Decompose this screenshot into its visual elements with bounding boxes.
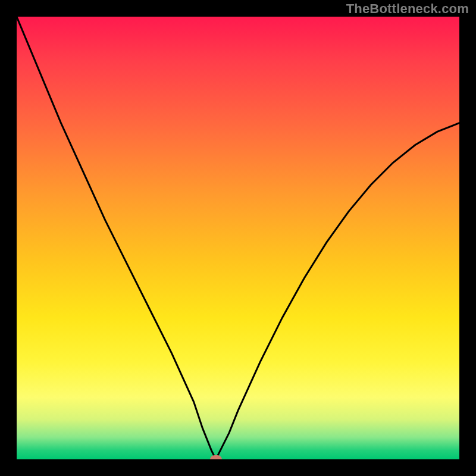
chart-container: TheBottleneck.com [0,0,476,476]
plot-area [17,17,459,459]
watermark-text: TheBottleneck.com [346,1,469,17]
optimal-point-marker [210,455,222,459]
bottleneck-curve [17,17,459,459]
